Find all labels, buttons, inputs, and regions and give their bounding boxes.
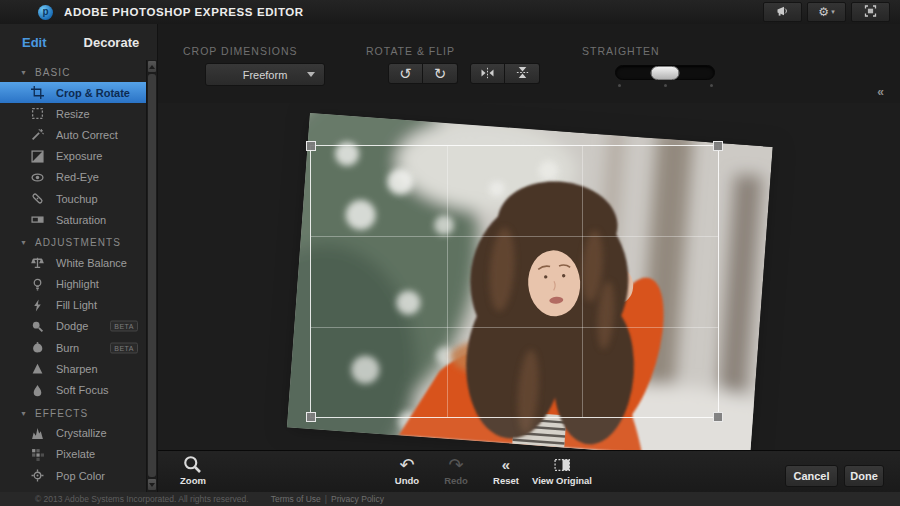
sidebar: Edit Decorate ▼BASICCrop & RotateResizeA…: [0, 24, 158, 492]
section-header[interactable]: ▼EFFECTS: [0, 404, 146, 423]
sidebar-item-label: White Balance: [56, 257, 127, 269]
tab-edit[interactable]: Edit: [22, 35, 47, 50]
sidebar-item-burn[interactable]: BurnBETA: [0, 337, 146, 358]
editing-canvas: [158, 103, 900, 450]
sidebar-item-sharpen[interactable]: Sharpen: [0, 358, 146, 379]
tool-label: Zoom: [168, 475, 218, 486]
triangle-up-icon: [149, 65, 155, 69]
sidebar-item-label: Red-Eye: [56, 171, 99, 183]
triangle-down-icon: ▼: [20, 410, 28, 417]
sidebar-item-saturation[interactable]: Saturation: [0, 209, 146, 230]
photoshop-express-editor: p ADOBE PHOTOSHOP EXPRESS EDITOR ⚙ ▾ Edi…: [0, 0, 900, 506]
privacy-policy-link[interactable]: Privacy Policy: [331, 494, 384, 504]
section-header[interactable]: ▼BASIC: [0, 63, 146, 82]
rotate-left-button[interactable]: ↺: [388, 63, 423, 84]
beta-badge: BETA: [110, 342, 138, 353]
tab-decorate[interactable]: Decorate: [84, 35, 140, 50]
slider-tick: [664, 84, 667, 87]
sidebar-item-label: Saturation: [56, 214, 106, 226]
grid-line: [582, 146, 583, 417]
undo-tool[interactable]: ↶Undo: [382, 454, 432, 486]
section-label: BASIC: [35, 67, 71, 78]
sidebar-item-crystallize[interactable]: Crystallize: [0, 423, 146, 444]
sidebar-item-fill-light[interactable]: Fill Light: [0, 295, 146, 316]
crop-handle-top-left[interactable]: [306, 141, 316, 151]
crop-handle-top-right[interactable]: [713, 141, 723, 151]
topbar-actions: ⚙ ▾: [763, 2, 890, 22]
straighten-slider-thumb[interactable]: [651, 66, 680, 80]
sidebar-item-pop-color[interactable]: Pop Color: [0, 465, 146, 486]
scroll-up-button[interactable]: [148, 61, 156, 72]
tool-label: Reset: [481, 475, 531, 486]
cancel-button[interactable]: Cancel: [785, 465, 838, 487]
sidebar-item-label: Touchup: [56, 193, 98, 205]
sidebar-item-label: Burn: [56, 342, 79, 354]
sidebar-item-white-balance[interactable]: White Balance: [0, 252, 146, 273]
sidebar-item-red-eye[interactable]: Red-Eye: [0, 167, 146, 188]
triangle-down-icon: ▼: [20, 69, 28, 76]
sidebar-item-resize[interactable]: Resize: [0, 103, 146, 124]
sidebar-item-label: Dodge: [56, 320, 88, 332]
megaphone-icon: [776, 3, 789, 21]
zoom-tool[interactable]: Zoom: [168, 454, 218, 486]
sidebar-item-pixelate[interactable]: Pixelate: [0, 444, 146, 465]
settings-button[interactable]: ⚙ ▾: [807, 2, 846, 22]
burn-icon: [30, 341, 45, 354]
tool-menu: ▼BASICCrop & RotateResizeAuto CorrectExp…: [0, 60, 146, 492]
exposure-icon: [30, 150, 45, 163]
rotate-right-button[interactable]: ↻: [423, 63, 458, 84]
sidebar-item-touchup[interactable]: Touchup: [0, 188, 146, 209]
rotate-flip-label: ROTATE & FLIP: [366, 45, 455, 57]
rotate-left-icon: ↺: [399, 66, 412, 81]
flip-vertical-button[interactable]: [505, 63, 540, 84]
sidebar-item-auto-correct[interactable]: Auto Correct: [0, 124, 146, 145]
sidebar-scrollbar[interactable]: [146, 60, 157, 492]
sidebar-item-dodge[interactable]: DodgeBETA: [0, 316, 146, 337]
scroll-down-button[interactable]: [148, 479, 156, 490]
reset-icon: «: [481, 454, 531, 475]
triangle-down-icon: [149, 483, 155, 487]
sidebar-item-crop-rotate[interactable]: Crop & Rotate: [0, 82, 146, 103]
terms-of-use-link[interactable]: Terms of Use: [271, 494, 321, 504]
flip-buttons: [470, 63, 540, 84]
sidebar-item-exposure[interactable]: Exposure: [0, 146, 146, 167]
sidebar-item-soft-focus[interactable]: Soft Focus: [0, 379, 146, 400]
sidebar-item-label: Crop & Rotate: [56, 87, 130, 99]
straighten-slider[interactable]: [615, 65, 715, 80]
tool-label: Redo: [431, 475, 481, 486]
crop-dimensions-dropdown[interactable]: Freeform: [205, 63, 325, 86]
dodge-icon: [30, 320, 45, 333]
zoom-icon: [168, 454, 218, 475]
redo-tool: ↷Redo: [431, 454, 481, 486]
rotate-right-icon: ↻: [434, 66, 447, 81]
grid-line: [447, 146, 448, 417]
sidebar-section-adjustments: ▼ADJUSTMENTSWhite BalanceHighlightFill L…: [0, 233, 146, 400]
undo-icon: ↶: [382, 454, 432, 475]
grid-line: [311, 327, 718, 328]
announcements-button[interactable]: [763, 2, 802, 22]
scrollbar-thumb[interactable]: [148, 74, 156, 477]
highlight-icon: [30, 278, 45, 291]
crop-handle-bottom-right[interactable]: [713, 412, 723, 422]
done-button[interactable]: Done: [844, 465, 884, 487]
crop-handle-bottom-left[interactable]: [306, 412, 316, 422]
mode-tabs: Edit Decorate: [0, 24, 157, 60]
pop-color-icon: [30, 469, 45, 482]
crop-dimensions-value: Freeform: [243, 69, 288, 81]
collapse-panel-icon[interactable]: «: [877, 86, 884, 98]
sharpen-icon: [30, 362, 45, 375]
crop-options-panel: CROP DIMENSIONS Freeform ROTATE & FLIP ↺…: [158, 24, 900, 103]
fullscreen-button[interactable]: [851, 2, 890, 22]
crop-box[interactable]: [310, 145, 719, 418]
section-header[interactable]: ▼ADJUSTMENTS: [0, 233, 146, 252]
redo-icon: ↷: [431, 454, 481, 475]
reset-tool[interactable]: «Reset: [481, 454, 531, 486]
flip-horizontal-button[interactable]: [470, 63, 505, 84]
view-original-tool[interactable]: View Original: [528, 454, 596, 486]
section-label: ADJUSTMENTS: [35, 237, 121, 248]
chevron-down-icon: [307, 72, 315, 77]
sidebar-item-highlight[interactable]: Highlight: [0, 274, 146, 295]
beta-badge: BETA: [110, 321, 138, 332]
pixelate-icon: [30, 448, 45, 461]
fullscreen-icon: [864, 3, 877, 21]
